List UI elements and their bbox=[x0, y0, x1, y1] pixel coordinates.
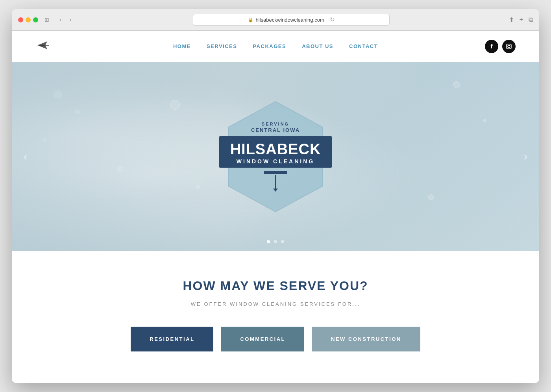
url-text: hilsabeckwindowcleaning.com bbox=[256, 17, 324, 23]
squeegee-icon bbox=[264, 171, 287, 192]
browser-window: ⊞ ‹ › 🔒 hilsabeckwindowcleaning.com ↻ ⬆ … bbox=[12, 9, 539, 383]
nav-link-contact[interactable]: CONTACT bbox=[349, 43, 378, 49]
address-bar[interactable]: 🔒 hilsabeckwindowcleaning.com ↻ bbox=[193, 14, 390, 26]
services-buttons: RESIDENTIAL COMMERCIAL NEW CONSTRUCTION bbox=[28, 327, 523, 351]
bubble-decoration bbox=[453, 81, 460, 88]
slider-next-button[interactable]: › bbox=[520, 146, 531, 167]
new-tab-icon[interactable]: + bbox=[520, 16, 523, 24]
nav-social: f bbox=[485, 40, 516, 53]
slider-dots bbox=[267, 240, 284, 243]
residential-button[interactable]: RESIDENTIAL bbox=[131, 327, 213, 351]
nav-link-home[interactable]: HOME bbox=[173, 43, 191, 49]
maximize-dot[interactable] bbox=[33, 17, 38, 22]
hero-logo-container: SERVING CENTRAL IOWA HILSABECK WINDOW CL… bbox=[220, 98, 331, 216]
nav-link-services[interactable]: SERVICES bbox=[207, 43, 237, 49]
hero-company-subtitle: WINDOW CLEANING bbox=[230, 158, 321, 165]
new-construction-button[interactable]: NEW CONSTRUCTION bbox=[312, 327, 420, 351]
slider-dot-3[interactable] bbox=[281, 240, 284, 243]
slider-dot-1[interactable] bbox=[267, 240, 270, 243]
nav-link-packages[interactable]: PACKAGES bbox=[253, 43, 286, 49]
window-layout-icon[interactable]: ⊞ bbox=[44, 17, 49, 23]
hero-serving-label: SERVING bbox=[262, 122, 289, 126]
slider-dot-2[interactable] bbox=[274, 240, 277, 243]
squeegee-head bbox=[264, 171, 287, 174]
share-icon[interactable]: ⬆ bbox=[509, 16, 514, 24]
hero-central-iowa-label: CENTRAL IOWA bbox=[251, 127, 300, 133]
slider-prev-button[interactable]: ‹ bbox=[20, 146, 31, 167]
instagram-icon[interactable] bbox=[502, 40, 516, 53]
services-subtitle: WE OFFER WINDOW CLEANING SERVICES FOR... bbox=[28, 301, 523, 307]
browser-nav: ‹ › bbox=[57, 15, 74, 24]
back-button[interactable]: ‹ bbox=[57, 15, 64, 24]
close-dot[interactable] bbox=[18, 17, 23, 22]
reload-button[interactable]: ↻ bbox=[330, 16, 335, 23]
svg-rect-1 bbox=[507, 44, 511, 49]
squeegee-tip bbox=[273, 189, 278, 192]
toolbar-right: ⬆ + ⧉ bbox=[509, 16, 533, 24]
facebook-icon[interactable]: f bbox=[485, 40, 498, 53]
nav-link-about[interactable]: ABOUT US bbox=[302, 43, 333, 49]
bubble-decoration bbox=[428, 194, 434, 200]
forward-button[interactable]: › bbox=[67, 15, 74, 24]
site-nav: HOME SERVICES PACKAGES ABOUT US CONTACT … bbox=[12, 31, 539, 62]
services-title: HOW MAY WE SERVE YOU? bbox=[28, 279, 523, 293]
hex-shape: SERVING CENTRAL IOWA HILSABECK WINDOW CL… bbox=[220, 98, 331, 216]
hero-name-block: HILSABECK WINDOW CLEANING bbox=[219, 136, 332, 168]
minimize-dot[interactable] bbox=[26, 17, 31, 22]
lock-icon: 🔒 bbox=[248, 17, 253, 22]
tabs-icon[interactable]: ⧉ bbox=[529, 16, 533, 24]
bubble-decoration bbox=[483, 119, 486, 122]
svg-point-3 bbox=[510, 44, 511, 45]
nav-logo[interactable] bbox=[35, 39, 51, 53]
nav-links: HOME SERVICES PACKAGES ABOUT US CONTACT bbox=[173, 43, 378, 49]
services-section: HOW MAY WE SERVE YOU? WE OFFER WINDOW CL… bbox=[12, 251, 539, 383]
browser-dots bbox=[18, 17, 38, 22]
browser-toolbar: ⊞ ‹ › 🔒 hilsabeckwindowcleaning.com ↻ ⬆ … bbox=[12, 9, 539, 31]
svg-point-2 bbox=[508, 45, 510, 48]
hex-content: SERVING CENTRAL IOWA HILSABECK WINDOW CL… bbox=[207, 114, 344, 200]
squeegee-handle bbox=[275, 175, 276, 189]
hero-company-name: HILSABECK bbox=[230, 142, 321, 157]
commercial-button[interactable]: COMMERCIAL bbox=[221, 327, 304, 351]
hero-slider: SERVING CENTRAL IOWA HILSABECK WINDOW CL… bbox=[12, 62, 539, 251]
website-content: HOME SERVICES PACKAGES ABOUT US CONTACT … bbox=[12, 31, 539, 383]
